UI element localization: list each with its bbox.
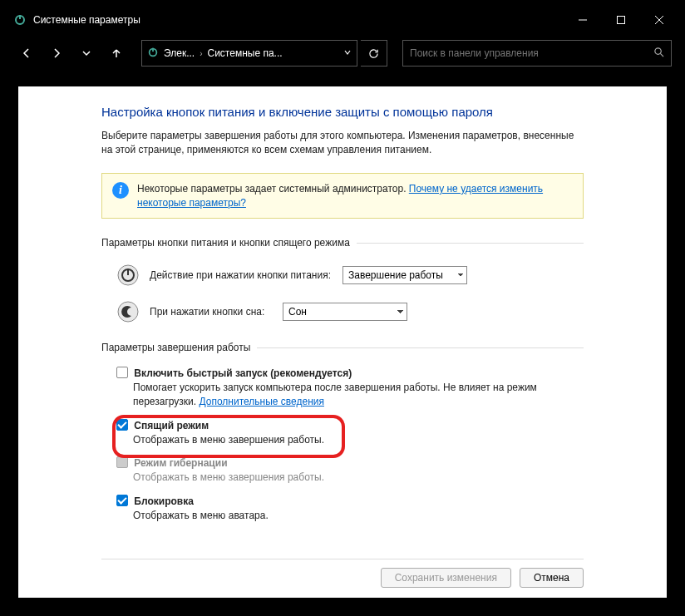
option-label: Режим гибернации bbox=[134, 457, 227, 469]
power-icon bbox=[116, 264, 140, 287]
titlebar: Системные параметры bbox=[7, 7, 678, 33]
sleep-option: Спящий режим Отображать в меню завершени… bbox=[116, 419, 584, 447]
option-desc: Отображать в меню аватара. bbox=[133, 509, 584, 523]
fast-startup-option: Включить быстрый запуск (рекомендуется) … bbox=[116, 367, 584, 408]
recent-dropdown[interactable] bbox=[73, 40, 100, 67]
toolbar: Элек... › Системные па... bbox=[7, 33, 678, 73]
info-icon: i bbox=[112, 182, 129, 199]
forward-button[interactable] bbox=[43, 40, 70, 67]
app-icon bbox=[13, 13, 27, 27]
breadcrumb-item[interactable]: Системные па... bbox=[208, 47, 283, 59]
hibernate-checkbox bbox=[116, 456, 128, 468]
address-bar[interactable]: Элек... › Системные па... bbox=[141, 40, 357, 67]
section-title: Параметры завершения работы bbox=[101, 342, 250, 353]
refresh-button[interactable] bbox=[361, 40, 387, 67]
svg-point-8 bbox=[655, 48, 661, 54]
search-box[interactable] bbox=[402, 40, 672, 67]
svg-rect-7 bbox=[152, 47, 154, 51]
minimize-button[interactable] bbox=[564, 7, 602, 33]
chevron-down-icon[interactable] bbox=[343, 47, 352, 59]
more-info-link[interactable]: Дополнительные сведения bbox=[199, 396, 323, 407]
content-area: Настройка кнопок питания и включение защ… bbox=[18, 86, 667, 598]
option-desc: Помогает ускорить запуск компьютера посл… bbox=[133, 382, 537, 407]
fast-startup-checkbox[interactable] bbox=[116, 367, 128, 378]
option-label: Включить быстрый запуск (рекомендуется) bbox=[134, 367, 352, 379]
info-banner: i Некоторые параметры задает системный а… bbox=[101, 173, 584, 219]
info-text: Некоторые параметры задает системный адм… bbox=[137, 183, 409, 195]
address-icon bbox=[147, 47, 159, 61]
page-heading: Настройка кнопок питания и включение защ… bbox=[101, 105, 584, 119]
power-button-label: Действие при нажатии кнопки питания: bbox=[150, 269, 333, 281]
save-button[interactable]: Сохранить изменения bbox=[381, 568, 511, 588]
sleep-button-action-select[interactable]: Сон bbox=[283, 303, 407, 321]
search-icon[interactable] bbox=[653, 46, 664, 61]
breadcrumb-item[interactable]: Элек... bbox=[164, 47, 195, 59]
option-desc: Отображать в меню завершения работы. bbox=[133, 433, 584, 447]
option-label: Блокировка bbox=[134, 495, 194, 507]
section-title: Параметры кнопки питания и кнопки спящег… bbox=[101, 237, 350, 249]
page-description: Выберите параметры завершения работы для… bbox=[101, 129, 584, 158]
hibernate-option: Режим гибернации Отображать в меню завер… bbox=[116, 456, 584, 485]
close-button[interactable] bbox=[640, 7, 678, 33]
sleep-checkbox[interactable] bbox=[116, 419, 128, 431]
section-heading: Параметры кнопки питания и кнопки спящег… bbox=[101, 237, 584, 249]
lock-checkbox[interactable] bbox=[116, 495, 128, 506]
section-heading: Параметры завершения работы bbox=[101, 342, 584, 353]
window-title: Системные параметры bbox=[33, 14, 564, 26]
svg-line-9 bbox=[660, 53, 663, 57]
option-label: Спящий режим bbox=[134, 420, 209, 431]
option-desc: Отображать в меню завершения работы. bbox=[133, 471, 584, 485]
svg-point-13 bbox=[118, 302, 138, 322]
up-button[interactable] bbox=[103, 40, 130, 67]
maximize-button[interactable] bbox=[602, 7, 640, 33]
cancel-button[interactable]: Отмена bbox=[520, 568, 584, 588]
sleep-icon bbox=[116, 300, 140, 323]
svg-rect-1 bbox=[19, 15, 21, 19]
search-input[interactable] bbox=[410, 47, 653, 59]
footer: Сохранить изменения Отмена bbox=[101, 559, 584, 588]
power-button-action-select[interactable]: Завершение работы bbox=[342, 266, 467, 284]
back-button[interactable] bbox=[13, 40, 40, 67]
chevron-right-icon: › bbox=[200, 49, 202, 58]
lock-option: Блокировка Отображать в меню аватара. bbox=[116, 495, 584, 523]
svg-rect-12 bbox=[127, 269, 129, 275]
svg-rect-3 bbox=[618, 17, 625, 24]
